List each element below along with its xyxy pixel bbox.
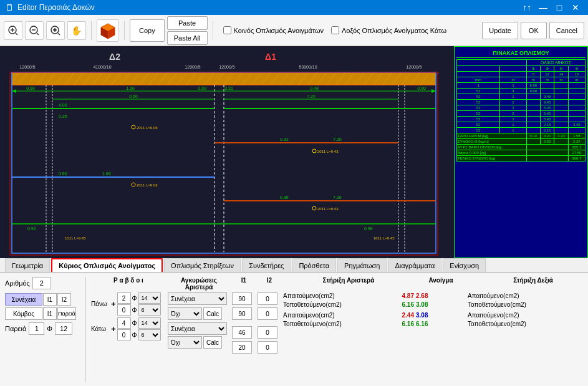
i2-kato2-input[interactable] — [258, 341, 277, 354]
svg-text:0.36: 0.36 — [59, 114, 67, 118]
phi-input[interactable] — [55, 322, 72, 335]
pareia-input[interactable] — [29, 322, 44, 335]
maximize-button[interactable]: □ — [552, 0, 567, 15]
tab-enisxysi[interactable]: Ενίσχυση — [443, 258, 486, 272]
nav-row-2: Κόμβος I1 Παρειά — [5, 307, 80, 320]
kombos-button[interactable]: Κόμβος — [5, 307, 42, 320]
kato-num2-input[interactable] — [117, 329, 131, 340]
ok-button[interactable]: OK — [521, 22, 547, 39]
paste-all-button[interactable]: Paste All — [167, 31, 208, 45]
phi-kato1: Φ — [132, 320, 137, 327]
svg-text:0.32: 0.32 — [280, 137, 289, 142]
i2-pano2-input[interactable] — [258, 307, 277, 320]
tab-rigmatosi[interactable]: Ρηγμάτωση — [337, 258, 387, 272]
table-row: 52 1 3.45 — [457, 94, 586, 100]
i1-column — [232, 292, 256, 354]
table-row: 1 1 9.00 — [457, 83, 586, 89]
kato-num1-input[interactable] — [117, 317, 131, 329]
tab-prostheta[interactable]: Πρόσθετα — [292, 258, 336, 272]
synexeia-button[interactable]: Συνέχεια — [5, 293, 42, 306]
pareia-row: Παρειά Φ — [5, 322, 80, 335]
checkbox1-input[interactable] — [223, 26, 231, 34]
anch-left-kato-select[interactable]: ΌχιΝαι — [168, 307, 202, 320]
phi-pano1-select[interactable]: 141216 — [138, 292, 161, 304]
svg-line-6 — [37, 33, 39, 35]
kato-row2: Φ 6810 — [117, 329, 161, 340]
table-summary-row: ΣΑΡΟ ΗΑΝ Μ [kg] 0.12 0.21 1.23 1.58 — [457, 133, 586, 139]
zoom-in-button[interactable] — [4, 21, 22, 40]
copy-button[interactable]: Copy — [130, 19, 165, 42]
pano-num2-input[interactable] — [117, 304, 131, 316]
stirixi-right-values: Απαιτούμενο(cm2) 4.42 Τοποθετούμενο(cm2)… — [468, 292, 583, 327]
pano-num1-input[interactable] — [117, 292, 131, 304]
tab-syndetires[interactable]: Συνδετήρες — [242, 258, 291, 272]
table-row: 52 1 2.15 — [457, 128, 586, 133]
svg-text:1.90: 1.90 — [126, 86, 135, 90]
table-summary-row: ΑΥΤΟ ΒΑΡΟ ΟΠΛΙΣΜ [kg] 355.7 — [457, 145, 586, 150]
i1-pano2-input[interactable] — [232, 307, 252, 320]
arithmos-label: Αριθμός — [5, 279, 30, 287]
svg-text:1011 L=9.45: 1011 L=9.45 — [374, 236, 395, 240]
kato-row1: Φ 141216 — [117, 317, 161, 329]
stl-req-pano-val: 4.87 — [402, 292, 414, 299]
i2-pano-input[interactable] — [258, 292, 277, 305]
svg-text:12000/5: 12000/5 — [19, 65, 35, 69]
checkbox2-label[interactable]: Λοξός Οπλισμός Ανοίγματος Κάτω — [331, 26, 446, 34]
back-button[interactable]: ↑↑ — [519, 0, 534, 15]
header-anoigma: Ανοίγμα — [416, 277, 466, 284]
main-grid: Ρ α β δ ο ι ΑγκυρώσειςΑριστερά I1 I2 Στή… — [91, 277, 583, 354]
checkbox2-input[interactable] — [331, 26, 339, 34]
paste-group: Paste Paste All — [167, 16, 208, 45]
toolbar-separator-2 — [124, 21, 125, 40]
minimize-button[interactable]: — — [536, 0, 551, 15]
stl-req-pano: Απαιτούμενο(cm2) 4.87 — [283, 292, 414, 299]
anch-left-calc-btn[interactable]: Calc — [203, 307, 222, 320]
pan-button[interactable]: ✋ — [67, 21, 86, 40]
tab-geometria[interactable]: Γεωμετρία — [5, 258, 50, 272]
anch-left-kato2-select[interactable]: ΣυνέχειαΚόμβος — [168, 322, 227, 335]
an-top-kato: 6.16 — [416, 321, 466, 327]
checkbox1-label[interactable]: Κοινός Οπλισμός Ανοιγμάτων — [223, 26, 324, 34]
i1-kato2-input[interactable] — [232, 341, 252, 354]
zoom-out-button[interactable] — [25, 21, 44, 40]
cancel-button[interactable]: Cancel — [549, 22, 584, 39]
pareia-button[interactable]: Παρειά — [57, 307, 76, 320]
stl-top-pano: Τοποθετούμενο(cm2) 6.16 — [283, 301, 414, 308]
pano-inputs: Φ 141216 Φ 6810 — [117, 292, 161, 316]
title-text: Editor Περασιάς Δοκών — [17, 3, 95, 12]
anch-left-kato2b-select[interactable]: ΌχιΝαι — [168, 336, 202, 349]
phi-pano2-select[interactable]: 6810 — [138, 304, 161, 316]
zoom-fit-button[interactable] — [46, 21, 65, 40]
i1-kato-input[interactable] — [232, 326, 252, 339]
arithmos-input[interactable]: 2 — [32, 277, 51, 289]
kato-row: Κάτω + Φ 141216 Φ — [91, 317, 166, 340]
phi-kato1-select[interactable]: 141216 — [138, 317, 161, 329]
an-req-pano: 2.68 — [416, 292, 466, 299]
tab-diagrammata[interactable]: Διαγράμματα — [388, 258, 441, 272]
close-button[interactable]: ✕ — [568, 0, 583, 15]
i2-kato-input[interactable] — [258, 326, 277, 339]
tab-stirixeon[interactable]: Οπλισμός Στηρίξεων — [164, 258, 241, 272]
paste-button[interactable]: Paste — [167, 16, 208, 30]
i1-pano-input[interactable] — [232, 292, 252, 305]
anchors-left-column: ΣυνέχειαΚόμβοςΕλεύθερο ΌχιΝαι Calc Συνέχ… — [168, 292, 230, 349]
i1b-button[interactable]: I1 — [43, 307, 57, 320]
tab-kyrios[interactable]: Κύριος Οπλισμός Ανοίγματος — [51, 258, 163, 272]
svg-text:12000/5: 12000/5 — [185, 65, 200, 69]
canvas-svg: Δ2 Δ1 12000/5 41000/10 12000/5 12000/5 5… — [0, 46, 454, 258]
table-row: 51 4 9.00 — [457, 89, 586, 94]
header-anchors-left: ΑγκυρώσειςΑριστερά — [168, 277, 230, 291]
stl-top-pano-val: 6.16 — [402, 301, 414, 308]
i1-button[interactable]: I1 — [43, 293, 57, 306]
kato-label: Κάτω — [91, 326, 110, 332]
str-top-kato: Τοποθετούμενο(cm2) 6.16 — [468, 321, 583, 327]
phi-pano2: Φ — [132, 307, 137, 314]
i2-button[interactable]: I2 — [57, 293, 71, 306]
toolbar-separator-1 — [91, 21, 92, 40]
phi-kato2-select[interactable]: 6810 — [138, 329, 161, 340]
pano-row2: Φ 6810 — [117, 304, 161, 316]
anch-left-pano-select[interactable]: ΣυνέχειαΚόμβοςΕλεύθερο — [168, 292, 227, 305]
arithmos-row: Αριθμός 2 — [5, 277, 80, 289]
anch-left-calc2-btn[interactable]: Calc — [203, 336, 222, 349]
update-button[interactable]: Update — [482, 22, 518, 39]
